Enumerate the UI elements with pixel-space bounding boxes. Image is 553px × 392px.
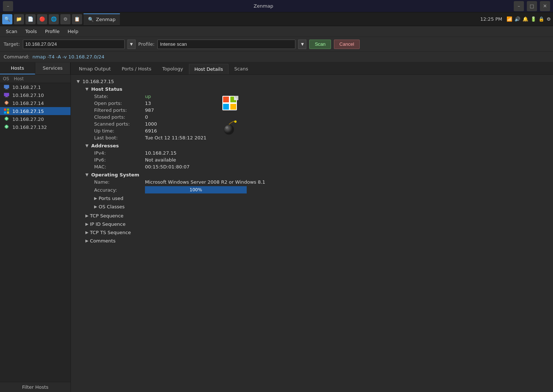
cancel-button[interactable]: Cancel (334, 40, 359, 49)
ip-id-sequence-section[interactable]: ▶ IP ID Sequence (85, 220, 547, 228)
taskbar-btn-5[interactable]: ⚙️ (60, 14, 70, 24)
svg-rect-11 (4, 111, 6, 114)
close-button[interactable]: ✕ (540, 1, 550, 11)
profile-input[interactable] (157, 40, 295, 49)
taskbar-btn-3[interactable]: 🔴 (37, 14, 47, 24)
host-item-selected[interactable]: 10.168.27.15 (0, 107, 70, 115)
tcp-sequence-section[interactable]: ▶ TCP Sequence (85, 212, 547, 220)
mac-row: MAC: 00:15:5D:01:80:07 (94, 163, 547, 170)
tab-topology[interactable]: Topology (157, 64, 188, 74)
network-icon: 📶 (506, 16, 512, 22)
tab-ports-hosts[interactable]: Ports / Hosts (117, 64, 157, 74)
host-status-header[interactable]: ▼ Host Status (85, 85, 547, 93)
accuracy-bar: 100% (145, 186, 247, 193)
addresses-header[interactable]: ▼ Addresses (85, 142, 547, 150)
host-item[interactable]: 10.168.27.132 (0, 123, 70, 131)
svg-rect-23 (230, 104, 236, 110)
taskbar-btn-2[interactable]: 📄 (25, 14, 36, 24)
svg-rect-1 (5, 88, 8, 89)
taskbar-btn-4[interactable]: 🌐 (49, 14, 59, 24)
os-name-value: Microsoft Windows Server 2008 R2 or Wind… (145, 179, 265, 185)
closed-ports-value: 0 (145, 114, 148, 120)
filter-hosts-button[interactable]: Filter Hosts (0, 382, 70, 392)
open-ports-value: 13 (145, 101, 151, 106)
host-ip-5: 10.168.27.20 (12, 117, 44, 122)
zenmap-taskbar-tab[interactable]: 🔍 Zenmap (84, 13, 120, 25)
tcp-ts-sequence-section[interactable]: ▶ TCP TS Sequence (85, 228, 547, 237)
accuracy-value: 100% (190, 187, 202, 192)
os-classes-arrow-icon: ▶ (94, 204, 97, 209)
minimize-button[interactable]: – (514, 1, 524, 11)
maximize-button[interactable]: □ (527, 1, 537, 11)
minimize-icon[interactable]: – (3, 1, 13, 11)
tab-host-details[interactable]: Host Details (189, 64, 229, 74)
host-item[interactable]: 10.168.27.20 (0, 115, 70, 123)
bomb-icon (221, 119, 238, 136)
filtered-ports-label: Filtered ports: (94, 107, 145, 113)
state-label: State: (94, 94, 145, 99)
last-boot-value: Tue Oct 12 11:58:12 2021 (145, 135, 206, 140)
accuracy-bar-container: 100% (145, 186, 247, 193)
command-value: nmap -T4 -A -v 10.168.27.0/24 (32, 54, 104, 60)
target-dropdown-btn[interactable]: ▼ (128, 40, 136, 49)
ports-used-arrow-icon: ▶ (94, 196, 97, 201)
taskbar-app-icon[interactable]: 🔍 (2, 14, 12, 24)
battery-icon: 🔋 (530, 16, 536, 22)
host-icon-2 (3, 92, 10, 98)
os-name-label: Name: (94, 179, 145, 185)
sidebar-tab-services[interactable]: Services (35, 62, 70, 74)
commandbar: Command: nmap -T4 -A -v 10.168.27.0/24 (0, 52, 553, 62)
profile-dropdown-btn[interactable]: ▼ (298, 40, 306, 49)
open-ports-label: Open ports: (94, 101, 145, 106)
os-classes-section[interactable]: ▶ OS Classes (94, 203, 547, 211)
host-item[interactable]: 10.168.27.1 (0, 83, 70, 91)
host-item[interactable]: 10.168.27.10 (0, 91, 70, 99)
content-panel: Nmap Output Ports / Hosts Topology Host … (71, 62, 553, 392)
bell-icon: 🔔 (522, 16, 528, 22)
menu-help[interactable]: Help (64, 28, 82, 35)
svg-rect-2 (5, 89, 8, 89)
top-taskbar: 🔍 📁 📄 🔴 🌐 ⚙️ 📋 🔍 Zenmap 12:25 PM 📶 🔊 🔔 🔋… (0, 12, 553, 26)
windows-icon (221, 94, 238, 112)
taskbar-btn-6[interactable]: 📋 (72, 14, 82, 24)
accuracy-label: Accuracy: (94, 187, 145, 193)
tab-nmap-output[interactable]: Nmap Output (74, 64, 116, 74)
menu-scan[interactable]: Scan (2, 28, 21, 35)
tcp-sequence-arrow-icon: ▶ (85, 213, 88, 218)
host-ip-3: 10.168.27.14 (12, 101, 44, 106)
filtered-ports-value: 987 (145, 107, 154, 113)
host-root-header[interactable]: ▼ 10.168.27.15 (77, 78, 547, 85)
header-host: Host (14, 76, 68, 81)
host-item[interactable]: 10.168.27.14 (0, 99, 70, 107)
taskbar-btn-1[interactable]: 📁 (14, 14, 24, 24)
accuracy-row: Accuracy: 100% (94, 185, 547, 194)
ports-used-label: Ports used (98, 196, 123, 201)
comments-section[interactable]: ▶ Comments (85, 237, 547, 245)
os-header[interactable]: ▼ Operating System (85, 171, 547, 179)
state-row: State: up (94, 93, 206, 100)
main-area: Hosts Services OS Host 10.168.27.1 (0, 62, 553, 392)
host-status-title: Host Status (91, 86, 122, 92)
tab-scans[interactable]: Scans (229, 64, 253, 74)
host-status-content: State: up Open ports: 13 Filtered ports: (94, 93, 547, 141)
titlebar-left-icons: – (3, 1, 13, 11)
zenmap-tab-label: Zenmap (96, 17, 116, 22)
zenmap-tab-icon: 🔍 (88, 17, 94, 22)
ports-used-section[interactable]: ▶ Ports used (94, 194, 547, 203)
sidebar-tabs: Hosts Services (0, 62, 70, 75)
host-icon-3 (3, 100, 10, 106)
sidebar-tab-hosts[interactable]: Hosts (0, 62, 35, 74)
host-status-children: State: up Open ports: 13 Filtered ports: (85, 93, 547, 141)
scan-button[interactable]: Scan (309, 40, 331, 49)
addresses-title: Addresses (91, 143, 119, 148)
scanned-ports-value: 1000 (145, 121, 157, 127)
lock-icon: 🔒 (538, 16, 544, 22)
svg-rect-9 (4, 109, 6, 111)
target-input[interactable] (23, 40, 125, 49)
os-graphic-container (221, 94, 238, 137)
state-value: up (145, 94, 151, 99)
menu-tools[interactable]: Tools (22, 28, 41, 35)
host-root-ip: 10.168.27.15 (82, 79, 114, 84)
menu-profile[interactable]: Profile (41, 28, 63, 35)
ipv6-row: IPv6: Not available (94, 156, 547, 163)
